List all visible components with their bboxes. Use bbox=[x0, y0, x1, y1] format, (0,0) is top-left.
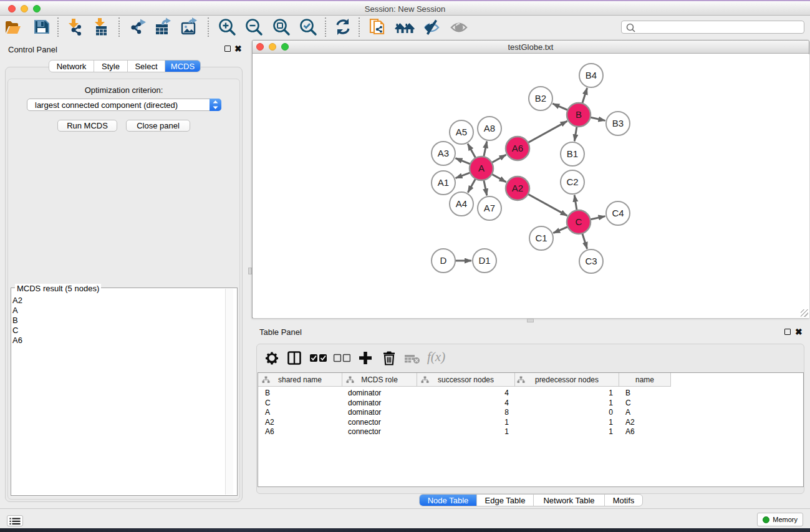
svg-text:A1: A1 bbox=[438, 177, 449, 188]
svg-text:D1: D1 bbox=[478, 255, 490, 266]
svg-text:B4: B4 bbox=[586, 70, 597, 80]
svg-text:B2: B2 bbox=[535, 93, 546, 104]
svg-text:B1: B1 bbox=[567, 148, 578, 159]
svg-text:A5: A5 bbox=[456, 127, 467, 137]
svg-text:B3: B3 bbox=[612, 118, 624, 128]
svg-text:A7: A7 bbox=[484, 203, 495, 213]
svg-text:A6: A6 bbox=[512, 143, 523, 153]
svg-text:A2: A2 bbox=[512, 183, 523, 193]
svg-text:A8: A8 bbox=[484, 123, 495, 133]
svg-text:D: D bbox=[440, 255, 447, 266]
svg-text:A: A bbox=[478, 163, 485, 173]
svg-text:C3: C3 bbox=[585, 256, 597, 266]
svg-text:A3: A3 bbox=[438, 148, 449, 158]
svg-text:C: C bbox=[576, 216, 582, 227]
svg-text:C4: C4 bbox=[612, 208, 624, 218]
svg-text:C1: C1 bbox=[535, 233, 547, 243]
svg-text:C2: C2 bbox=[566, 177, 578, 187]
svg-text:B: B bbox=[576, 109, 582, 120]
svg-text:A4: A4 bbox=[456, 198, 467, 209]
